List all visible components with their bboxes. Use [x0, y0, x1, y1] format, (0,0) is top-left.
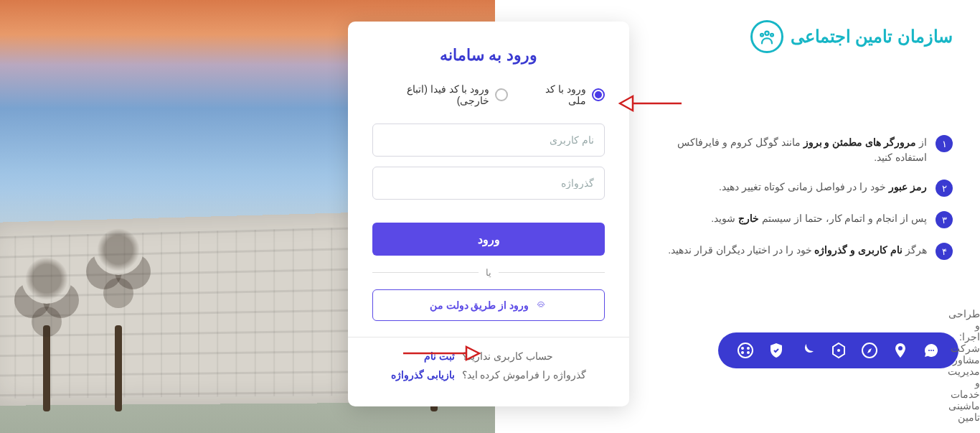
username-input[interactable] — [372, 124, 605, 157]
tip-number: ۲ — [936, 180, 953, 197]
svg-point-0 — [765, 32, 768, 35]
brand-name: سازمان تامین اجتماعی — [791, 27, 953, 47]
svg-point-7 — [837, 349, 840, 352]
svg-point-10 — [747, 347, 750, 350]
chat-icon[interactable] — [921, 340, 941, 360]
login-button[interactable]: ورود — [372, 223, 605, 256]
svg-point-5 — [933, 350, 934, 351]
tip-item: ۳ پس از انجام و اتمام کار، حتما از سیستم… — [644, 211, 953, 228]
login-method-radio-group: ورود با کد ملی ورود با کد فیدا (اتباع خا… — [372, 83, 605, 106]
tip-text: از مرورگر های مطمئن و بروز مانند گوگل کر… — [644, 135, 927, 165]
radio-selected-icon — [592, 88, 605, 101]
tip-number: ۳ — [936, 211, 953, 228]
radio-unselected-icon — [495, 88, 508, 101]
tip-text: پس از انجام و اتمام کار، حتما از سیستم خ… — [711, 211, 927, 226]
tip-item: ۲ رمز عبور خود را در فواصل زمانی کوتاه ت… — [644, 180, 953, 197]
forgot-row: گذرواژه را فراموش کرده اید؟ بازیابی گذرو… — [372, 369, 605, 381]
security-tips: ۱ از مرورگر های مطمئن و بروز مانند گوگل … — [644, 135, 953, 260]
location-icon[interactable] — [890, 340, 910, 360]
quick-links-bar — [718, 332, 958, 368]
brand-icon — [750, 20, 783, 53]
svg-point-3 — [928, 350, 930, 351]
tip-text: هرگز نام کاربری و گذرواژه خود را در اختی… — [668, 243, 927, 258]
radio-label: ورود با کد ملی — [525, 83, 586, 106]
svg-point-8 — [738, 343, 753, 358]
moon-icon[interactable] — [797, 340, 817, 360]
brand-logo: سازمان تامین اجتماعی — [750, 20, 953, 53]
svg-point-1 — [760, 34, 763, 37]
login-title: ورود به سامانه — [372, 46, 605, 65]
hexagon-icon[interactable] — [829, 340, 849, 360]
forgot-link[interactable]: بازیابی گذرواژه — [391, 369, 455, 381]
radio-fida[interactable]: ورود با کد فیدا (اتباع خارجی) — [372, 83, 508, 106]
password-input[interactable] — [372, 167, 605, 200]
svg-point-2 — [771, 34, 773, 37]
compass-icon[interactable] — [859, 340, 880, 360]
svg-point-12 — [747, 351, 750, 354]
tip-text: رمز عبور خود را در فواصل زمانی کوتاه تغی… — [719, 180, 927, 195]
radio-label: ورود با کد فیدا (اتباع خارجی) — [372, 83, 489, 106]
tip-number: ۱ — [936, 135, 953, 152]
annotation-arrow-icon — [618, 92, 683, 115]
radio-national-id[interactable]: ورود با کد ملی — [525, 83, 605, 106]
fingerprint-icon — [534, 299, 547, 312]
forgot-question: گذرواژه را فراموش کرده اید؟ — [462, 369, 587, 381]
tip-item: ۴ هرگز نام کاربری و گذرواژه خود را در اخ… — [644, 243, 953, 260]
login-card: ورود به سامانه ورود با کد ملی ورود با کد… — [348, 22, 629, 406]
svg-point-11 — [741, 351, 744, 354]
or-text: یا — [486, 267, 491, 278]
or-divider: یا — [372, 267, 605, 278]
tip-item: ۱ از مرورگر های مطمئن و بروز مانند گوگل … — [644, 135, 953, 165]
shield-check-icon[interactable] — [766, 340, 786, 360]
film-icon[interactable] — [735, 340, 755, 360]
annotation-arrow-icon — [402, 343, 481, 363]
svg-point-9 — [741, 347, 744, 350]
tip-number: ۴ — [936, 243, 953, 260]
gov-login-label: ورود از طریق دولت من — [430, 299, 529, 311]
gov-login-button[interactable]: ورود از طریق دولت من — [372, 289, 605, 321]
svg-point-4 — [930, 350, 932, 351]
